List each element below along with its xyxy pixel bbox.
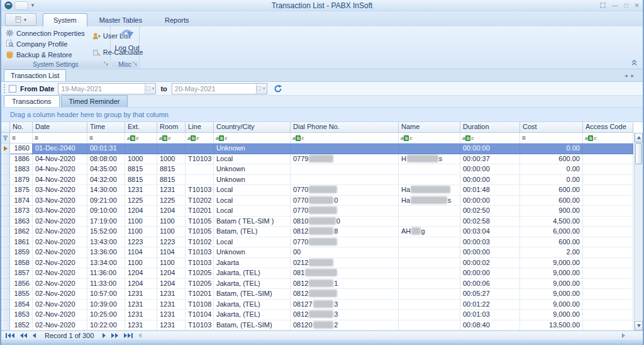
grid-row[interactable]: 186102-Nov-202013:43:0012231223T10102Loc… xyxy=(1,237,643,248)
cell-no[interactable]: 1860 xyxy=(10,144,33,154)
cell-ext[interactable]: 8815 xyxy=(125,164,157,175)
cell-line[interactable]: T10103 xyxy=(186,258,214,269)
cell-line[interactable]: T10205 xyxy=(186,268,214,279)
cell-cost[interactable]: 0.00 xyxy=(520,164,583,175)
cell-dial[interactable]: 08125555558 xyxy=(291,227,399,237)
cell-dial[interactable]: 07705555555 xyxy=(291,206,399,217)
cell-duration[interactable]: 00:00:00 xyxy=(460,196,520,206)
cell-line[interactable] xyxy=(186,175,214,186)
cell-ext[interactable]: 1100 xyxy=(125,227,157,237)
cell-ext[interactable]: 1104 xyxy=(125,247,157,258)
cell-access[interactable] xyxy=(583,217,633,227)
cell-no[interactable]: 1861 xyxy=(10,237,33,248)
cell-time[interactable]: 09:21:00 xyxy=(87,196,125,206)
cell-city[interactable]: Batam, (TEL-SIM) xyxy=(214,289,291,300)
nav-last-button[interactable] xyxy=(122,332,135,340)
cell-no[interactable]: 1874 xyxy=(10,196,33,206)
cell-no[interactable]: 1854 xyxy=(10,300,33,310)
column-header-no[interactable]: No. xyxy=(10,122,33,133)
cell-line[interactable]: T10103 xyxy=(186,185,214,196)
filter-abc-icon[interactable]: abc xyxy=(401,135,412,141)
cell-cost[interactable]: 9,000.00 xyxy=(520,279,583,290)
cell-line[interactable]: T10105 xyxy=(186,217,214,227)
cell-room[interactable]: 1223 xyxy=(157,237,186,248)
column-header-time[interactable]: Time xyxy=(87,122,125,133)
cell-time[interactable]: 11:36:00 xyxy=(87,268,125,279)
cell-date[interactable]: 02-Nov-2020 xyxy=(33,227,87,237)
row-indicator[interactable] xyxy=(1,289,10,300)
cell-cost[interactable]: 9,000.00 xyxy=(520,289,583,300)
cell-date[interactable]: 02-Nov-2020 xyxy=(33,237,87,248)
cell-duration[interactable]: 00:02:50 xyxy=(460,206,520,217)
hscroll-right-icon[interactable] xyxy=(622,333,625,338)
cell-access[interactable] xyxy=(583,144,633,154)
row-indicator[interactable] xyxy=(1,196,10,206)
grid-row[interactable]: 188304-Nov-202004:35:0088158815Unknown00… xyxy=(1,164,643,175)
column-header-access[interactable]: Access Code xyxy=(583,122,633,133)
cell-no[interactable]: 1853 xyxy=(10,310,33,320)
cell-city[interactable]: Jakarta xyxy=(214,258,291,269)
cell-room[interactable]: 1231 xyxy=(157,300,186,310)
cell-line[interactable]: T10105 xyxy=(186,227,214,237)
cell-cost[interactable]: 4,500.00 xyxy=(520,217,583,227)
cell-name[interactable]: Harmoni Suites xyxy=(399,196,460,206)
cell-line[interactable]: T10108 xyxy=(186,300,214,310)
cell-line[interactable]: T10104 xyxy=(186,310,214,320)
fullscreen-icon[interactable] xyxy=(600,3,606,8)
cell-no[interactable]: 1852 xyxy=(10,320,33,331)
cell-date[interactable]: 02-Nov-2020 xyxy=(33,289,87,300)
grid-row[interactable]: 187904-Nov-202004:32:0088158815Unknown00… xyxy=(1,175,643,186)
cell-dial[interactable]: 0212555555 xyxy=(291,258,399,269)
cell-dial[interactable] xyxy=(291,164,399,175)
cell-no[interactable]: 1875 xyxy=(10,185,33,196)
cell-room[interactable]: 8815 xyxy=(157,164,186,175)
cell-time[interactable]: 10:22:00 xyxy=(87,320,125,331)
cell-room[interactable]: 1204 xyxy=(157,279,186,290)
cell-duration[interactable]: 00:01:03 xyxy=(460,310,520,320)
tab-timed-reminder[interactable]: Timed Reminder xyxy=(61,95,128,107)
cell-duration[interactable]: 00:00:06 xyxy=(460,279,520,290)
from-date-dropdown[interactable]: ▼ xyxy=(145,84,155,94)
cell-name[interactable] xyxy=(399,268,460,279)
row-indicator[interactable] xyxy=(1,144,10,154)
cell-cost[interactable]: 9,000.00 xyxy=(520,310,583,320)
cell-duration[interactable]: 00:03:04 xyxy=(460,227,520,237)
cell-dial[interactable] xyxy=(291,175,399,186)
filter-cell-dial[interactable]: abc xyxy=(291,133,399,144)
grid-row[interactable]: 187403-Nov-202009:21:0012251225T10202Loc… xyxy=(1,196,643,206)
cell-city[interactable]: Batam ( TEL-SIM ) xyxy=(214,217,291,227)
column-header-ext[interactable]: Ext. xyxy=(125,122,157,133)
cell-no[interactable]: 1857 xyxy=(10,268,33,279)
cell-time[interactable]: 14:30:00 xyxy=(87,185,125,196)
cell-no[interactable]: 1856 xyxy=(10,279,33,290)
tab-reports[interactable]: Reports xyxy=(154,13,200,26)
grid-row[interactable]: 187503-Nov-202014:30:0012311231T10103Loc… xyxy=(1,185,643,196)
cell-cost[interactable]: 900.00 xyxy=(520,206,583,217)
filter-equals-icon[interactable]: = xyxy=(35,135,38,142)
cell-name[interactable] xyxy=(399,320,460,331)
cell-room[interactable]: 1100 xyxy=(157,258,186,269)
filter-equals-icon[interactable]: = xyxy=(89,135,93,142)
cell-cost[interactable]: 9,000.00 xyxy=(520,258,583,269)
cell-city[interactable]: Jakarta, (TEL) xyxy=(214,279,291,290)
cell-room[interactable]: 1100 xyxy=(157,227,186,237)
cell-ext[interactable] xyxy=(125,144,157,154)
cell-access[interactable] xyxy=(583,300,633,310)
cell-date[interactable]: 02-Nov-2020 xyxy=(33,258,87,269)
cell-name[interactable] xyxy=(399,217,460,227)
cell-cost[interactable]: 9,000.00 xyxy=(520,300,583,310)
ribbon-collapse-icon[interactable] xyxy=(631,59,638,66)
row-indicator[interactable] xyxy=(1,227,10,237)
cell-access[interactable] xyxy=(583,247,633,258)
cell-ext[interactable]: 1100 xyxy=(125,217,157,227)
cell-name[interactable] xyxy=(399,310,460,320)
cell-city[interactable]: Unknown xyxy=(214,144,291,154)
cell-date[interactable]: 02-Nov-2020 xyxy=(33,279,87,290)
cell-duration[interactable]: 00:02:58 xyxy=(460,217,520,227)
cell-no[interactable]: 1886 xyxy=(10,154,33,165)
filter-cell-duration[interactable]: abc xyxy=(460,133,520,144)
row-indicator[interactable] xyxy=(1,164,10,175)
grid-row[interactable]: 185502-Nov-202010:57:0012311231T10201Bat… xyxy=(1,289,643,300)
cell-time[interactable]: 10:39:00 xyxy=(87,300,125,310)
cell-time[interactable]: 11:33:00 xyxy=(87,279,125,290)
